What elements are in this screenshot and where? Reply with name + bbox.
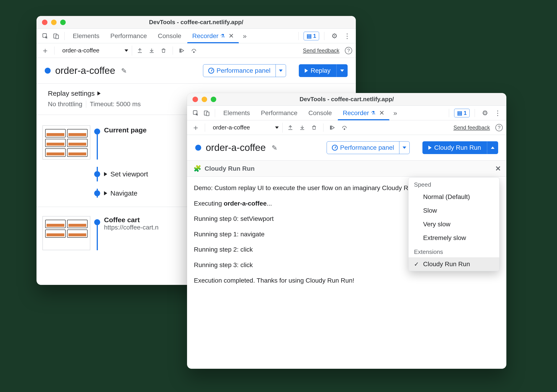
record-dot-icon (45, 68, 51, 74)
step-replay-icon[interactable] (328, 123, 338, 133)
perf-dropdown-arrow[interactable] (399, 142, 410, 154)
play-icon (428, 146, 432, 150)
device-toggle-icon[interactable] (202, 108, 212, 118)
recording-selector[interactable]: order-a-coffee (209, 123, 283, 133)
close-tab-icon[interactable]: ✕ (229, 32, 234, 40)
recording-title: order-a-coffee (206, 142, 266, 153)
new-recording-icon[interactable]: ＋ (191, 123, 201, 133)
pencil-icon[interactable]: ✎ (121, 67, 127, 75)
issues-badge[interactable]: ▤ 1 (303, 32, 319, 40)
recording-header: order-a-coffee ✎ Performance panel Repla… (36, 58, 356, 84)
tab-console[interactable]: Console (153, 29, 186, 43)
timeout-label: Timeout: 5000 ms (90, 101, 141, 108)
extension-panel-header: 🧩 Cloudy Run Run ✕ (187, 161, 506, 177)
more-tabs-icon[interactable]: » (390, 108, 400, 118)
recorder-toolbar: ＋ order-a-coffee Send feedback ? (36, 43, 356, 58)
chevron-right-icon (104, 172, 107, 176)
export-icon[interactable] (135, 46, 145, 56)
svg-rect-7 (206, 112, 209, 116)
performance-panel-button[interactable]: Performance panel (203, 64, 286, 77)
message-icon: ▤ (457, 110, 462, 116)
help-icon[interactable]: ? (345, 47, 352, 54)
performance-panel-button[interactable]: Performance panel (327, 141, 410, 154)
delete-icon[interactable] (158, 46, 169, 56)
import-icon[interactable] (147, 46, 157, 56)
kebab-icon[interactable]: ⋮ (342, 31, 352, 41)
minimize-window-icon[interactable] (202, 97, 207, 102)
device-toggle-icon[interactable] (51, 31, 61, 41)
message-icon: ▤ (307, 33, 312, 39)
svg-point-9 (344, 128, 345, 129)
traffic-lights (42, 20, 66, 25)
recording-selector[interactable]: order-a-coffee (59, 46, 132, 56)
export-icon[interactable] (285, 123, 295, 133)
recording-title: order-a-coffee (55, 65, 115, 76)
replay-dropdown-arrow[interactable] (487, 141, 498, 154)
maximize-window-icon[interactable] (211, 97, 216, 102)
replay-button[interactable]: Cloudy Run Run (422, 141, 498, 154)
log-done: Execution completed. Thanks for using Cl… (194, 275, 500, 286)
devtools-tabbar: Elements Performance Console Recorder ⚗ … (187, 106, 506, 120)
issues-count: 1 (464, 110, 467, 116)
new-recording-icon[interactable]: ＋ (40, 46, 50, 56)
step-over-icon[interactable] (339, 123, 349, 133)
step-thumbnail (42, 216, 90, 250)
more-tabs-icon[interactable]: » (240, 31, 250, 41)
devtools-window-front: DevTools - coffee-cart.netlify.app/ Elem… (187, 93, 506, 369)
issues-badge[interactable]: ▤ 1 (454, 109, 470, 117)
pencil-icon[interactable]: ✎ (272, 144, 277, 152)
tab-recorder[interactable]: Recorder ⚗ ✕ (338, 106, 389, 120)
close-window-icon[interactable] (42, 20, 48, 25)
gauge-icon (208, 68, 214, 74)
replay-button[interactable]: Replay (299, 64, 348, 77)
chevron-right-icon (97, 91, 101, 96)
chevron-right-icon (104, 191, 107, 195)
tab-elements[interactable]: Elements (218, 106, 255, 120)
issues-count: 1 (313, 33, 316, 39)
maximize-window-icon[interactable] (60, 20, 66, 25)
replay-dropdown-arrow[interactable] (336, 64, 348, 77)
play-icon (305, 69, 308, 73)
step-replay-icon[interactable] (177, 46, 187, 56)
menu-item-extremely-slow[interactable]: Extremely slow (409, 231, 499, 245)
tab-console[interactable]: Console (303, 106, 337, 120)
svg-rect-3 (180, 49, 180, 52)
minimize-window-icon[interactable] (51, 20, 57, 25)
svg-point-4 (193, 51, 194, 52)
window-title: DevTools - coffee-cart.netlify.app/ (193, 96, 501, 103)
svg-rect-8 (330, 126, 331, 129)
import-icon[interactable] (297, 123, 307, 133)
close-panel-icon[interactable]: ✕ (495, 165, 501, 173)
menu-item-normal[interactable]: Normal (Default) (409, 190, 499, 204)
gear-icon[interactable]: ⚙ (329, 31, 339, 41)
kebab-icon[interactable]: ⋮ (493, 108, 503, 118)
send-feedback-link[interactable]: Send feedback (453, 124, 490, 131)
close-tab-icon[interactable]: ✕ (379, 109, 384, 117)
menu-item-slow[interactable]: Slow (409, 204, 499, 217)
perf-dropdown-arrow[interactable] (276, 64, 286, 77)
tab-performance[interactable]: Performance (256, 106, 303, 120)
menu-item-cloudy-run-run[interactable]: ✓ Cloudy Run Run (409, 257, 499, 271)
titlebar: DevTools - coffee-cart.netlify.app/ (187, 93, 506, 106)
recording-header: order-a-coffee ✎ Performance panel Cloud… (187, 135, 506, 161)
extension-icon: 🧩 (193, 165, 201, 172)
recorder-toolbar: ＋ order-a-coffee Send feedback ? (187, 120, 506, 135)
close-window-icon[interactable] (193, 97, 198, 102)
step-over-icon[interactable] (189, 46, 199, 56)
tab-performance[interactable]: Performance (105, 29, 152, 43)
tab-recorder[interactable]: Recorder ⚗ ✕ (187, 29, 239, 43)
throttling-label: No throttling (48, 101, 82, 108)
inspect-icon[interactable] (191, 108, 201, 118)
replay-speed-menu: Speed Normal (Default) Slow Very slow Ex… (408, 177, 500, 271)
gear-icon[interactable]: ⚙ (480, 108, 490, 118)
menu-header-extensions: Extensions (409, 245, 499, 257)
delete-icon[interactable] (309, 123, 319, 133)
send-feedback-link[interactable]: Send feedback (303, 48, 339, 54)
chevron-down-icon (124, 49, 128, 52)
check-icon: ✓ (414, 261, 419, 268)
tab-elements[interactable]: Elements (68, 29, 105, 43)
menu-item-very-slow[interactable]: Very slow (409, 217, 499, 231)
step-thumbnail (42, 125, 90, 160)
help-icon[interactable]: ? (495, 124, 503, 131)
inspect-icon[interactable] (40, 31, 50, 41)
